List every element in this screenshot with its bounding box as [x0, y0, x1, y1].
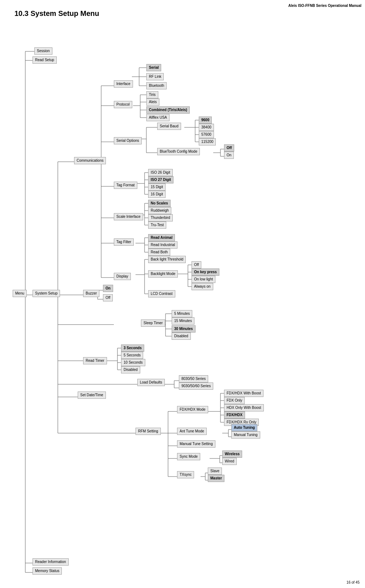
manual-tuning-node: Manual Tuning — [231, 431, 260, 439]
bluetooth-node: Bluetooth — [146, 82, 167, 89]
fdx-boost-node: FDX/HDX With Boost — [224, 390, 263, 397]
diagram: Menu Session Read Setup System Setup Rea… — [7, 21, 358, 579]
aleis-node: Aleis — [146, 98, 159, 106]
baud-115200-node: 115200 — [199, 138, 216, 145]
display-node: Display — [114, 273, 131, 280]
buzzer-on-node: On — [103, 285, 113, 292]
baud-57600-node: 57600 — [199, 131, 214, 138]
communications-node: Communications — [74, 157, 106, 164]
ld-9030-node: 9030/50/60 Series — [179, 382, 213, 390]
bt-off-node: Off — [224, 144, 234, 152]
rt-dis-node: Disabled — [121, 366, 140, 373]
tiris-node: Tiris — [146, 91, 158, 98]
protocol-node: Protocol — [114, 101, 132, 108]
combined-node: Combined (Tiris/Aleis) — [146, 106, 190, 114]
txsync-node: TXsync — [177, 471, 194, 478]
backlight-mode-node: Backlight Mode — [148, 270, 178, 278]
bl-off-node: Off — [192, 261, 201, 268]
bl-onlow-node: On low light — [192, 276, 215, 283]
allflex-node: Allflex USA — [146, 114, 169, 121]
rfm-setting-node: RFM Setting — [136, 428, 161, 435]
rf-link-node: RF Link — [146, 73, 164, 80]
auto-tuning-node: Auto Tuning — [231, 424, 257, 431]
sync-mode-node: Sync Mode — [177, 453, 200, 460]
ld-8030-node: 8030/50 Series — [179, 375, 208, 382]
set-date-node: Set Date/Time — [78, 392, 106, 399]
bt-on-node: On — [224, 152, 234, 159]
wired-node: Wired — [222, 458, 237, 465]
page-footer: 16 of 45 — [347, 580, 360, 584]
read-timer-node: Read Timer — [83, 357, 107, 364]
bl-onkey-node: On key press — [192, 268, 219, 276]
reader-info-node: Reader Information — [33, 558, 69, 566]
digit15-node: 15 Digit — [148, 183, 166, 191]
serial-baud-node: Serial Baud — [157, 123, 181, 130]
load-defaults-node: Load Defaults — [137, 379, 165, 386]
digit16-node: 16 Digit — [148, 191, 166, 198]
sleep-timer-node: Sleep Timer — [141, 320, 165, 327]
scale-iface-node: Scale Interface — [114, 213, 143, 220]
iso27-node: ISO 27 Digit — [148, 176, 173, 183]
serial-node: Serial — [146, 64, 161, 71]
lcd-contrast-node: LCD Contrast — [148, 290, 175, 297]
rt-5-node: 5 Seconds — [121, 352, 143, 359]
system-setup-node: System Setup — [33, 290, 60, 297]
tag-filter-node: Tag Filter — [114, 238, 134, 246]
no-scales-node: No Scales — [148, 200, 171, 207]
backlight-thresh-node: Back light Threshold — [148, 256, 186, 263]
hdx-boost-node: HDX Only With Boost — [224, 404, 264, 411]
menu-node: Menu — [13, 290, 27, 297]
tag-format-node: Tag Format — [114, 182, 137, 189]
read-animal-node: Read Animal — [148, 234, 175, 241]
bl-always-node: Always on — [192, 283, 213, 290]
interface-node: Interface — [114, 80, 133, 88]
master-node: Master — [208, 475, 224, 482]
read-setup-node: Read Setup — [33, 56, 57, 64]
rt-10-node: 10 Seconds — [121, 359, 145, 366]
bt-config-node: BlueTooth Config Mode — [157, 148, 200, 155]
read-both-node: Read Both — [148, 249, 170, 256]
session-node: Session — [34, 47, 52, 55]
page-title: 10.3 System Setup Menu — [14, 9, 361, 18]
fdx-mode-node: FDX/HDX Mode — [177, 406, 208, 413]
ruddweigh-node: Ruddweigh — [148, 207, 171, 214]
sleep-30-node: 30 Minutes — [172, 325, 196, 333]
sleep-dis-node: Disabled — [172, 333, 191, 340]
slave-node: Slave — [208, 468, 222, 475]
buzzer-off-node: Off — [103, 294, 113, 301]
ant-tune-node: Ant Tune Mode — [177, 428, 207, 435]
fdx-only-node: FDX Only — [224, 397, 245, 404]
page-header: Aleis ISO-FFNB Series Operational Manual — [4, 4, 361, 8]
memory-status-node: Memory Status — [33, 567, 62, 575]
thunderbird-node: Thunderbird — [148, 214, 173, 221]
baud-9600-node: 9600 — [199, 117, 212, 124]
read-industrial-node: Read Industrial — [148, 241, 177, 249]
tru-test-node: Tru-Test — [148, 221, 166, 229]
baud-38400-node: 38400 — [199, 124, 214, 131]
buzzer-node: Buzzer — [83, 290, 99, 297]
iso26-node: ISO 26 Digit — [148, 169, 173, 176]
wireless-node: Wireless — [222, 450, 242, 458]
serial-options-node: Serial Options — [114, 137, 142, 144]
fdx-hdx-node: FDX/HDX — [224, 411, 245, 419]
sleep-5-node: 5 Minutes — [172, 310, 192, 317]
rt-3-node: 3 Seconds — [121, 344, 144, 352]
manual-tune-set-node: Manual Tune Setting — [177, 440, 215, 448]
sleep-15-node: 15 Minutes — [172, 317, 194, 325]
